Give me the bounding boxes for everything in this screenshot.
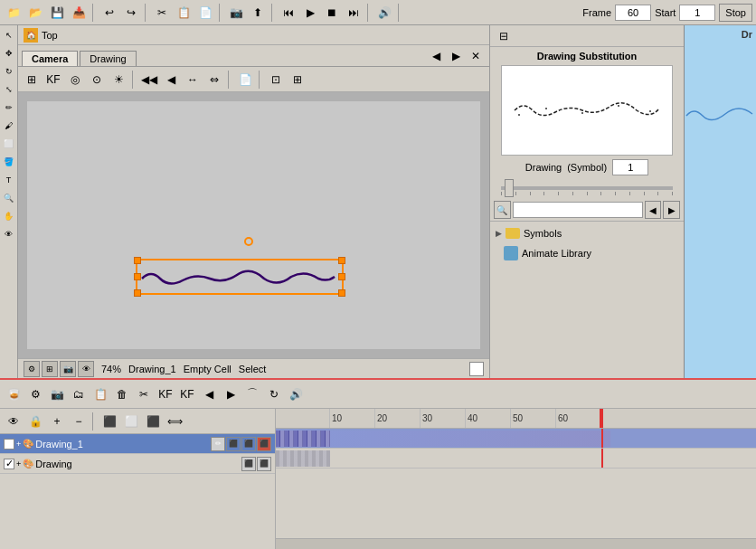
tl-sound[interactable]: 🔊 — [286, 384, 306, 404]
layer-edit-drawing1[interactable]: ✏ — [211, 437, 225, 451]
start-input[interactable] — [679, 5, 715, 21]
view-icon[interactable]: 👁 — [78, 361, 94, 377]
tl-kf1[interactable]: KF — [156, 384, 175, 404]
layer-btn[interactable]: 📄 — [235, 70, 255, 90]
flip2-btn[interactable]: ⇔ — [204, 70, 224, 90]
tab-drawing[interactable]: Drawing — [80, 51, 136, 66]
search-next-btn[interactable]: ▶ — [663, 201, 680, 219]
cut-btn[interactable]: ✂ — [152, 3, 172, 23]
play-btn[interactable]: ▶ — [300, 3, 320, 23]
tool-move[interactable]: ✥ — [1, 45, 17, 62]
search-prev-btn[interactable]: ◀ — [645, 201, 662, 219]
layer-vis-btn-drawing1[interactable]: ⬛ — [241, 437, 256, 451]
rewind-btn[interactable]: ⏮ — [279, 3, 298, 23]
ds-symbol-input[interactable] — [612, 159, 648, 175]
lp-child[interactable]: ⬛ — [143, 412, 163, 431]
tl-prev[interactable]: ◀ — [199, 384, 219, 404]
layer-row-drawing[interactable]: ✓ + 🎨 Drawing ⬛ ⬛ — [0, 454, 275, 474]
tl-group[interactable]: 🗂 — [69, 384, 89, 404]
paste-btn[interactable]: 📄 — [195, 3, 215, 23]
fit-btn[interactable]: ⊞ — [288, 70, 307, 90]
tool-zoom[interactable]: 🔍 — [1, 190, 17, 206]
layer-lock-drawing[interactable]: ⬛ — [241, 457, 256, 471]
tool-hand[interactable]: ✋ — [1, 208, 17, 224]
tool-scale[interactable]: ⤡ — [1, 81, 17, 98]
frame-input[interactable] — [615, 5, 651, 21]
lp-parent[interactable]: ⬜ — [121, 412, 141, 431]
frames-scroll[interactable] — [276, 538, 756, 549]
reset-btn[interactable]: ⊡ — [266, 70, 286, 90]
new-btn[interactable]: 📁 — [4, 3, 24, 23]
grid-btn[interactable]: ⊞ — [22, 70, 42, 90]
rp-toggle[interactable]: ⊟ — [494, 26, 514, 46]
lp-view-toggle[interactable]: 👁 — [4, 412, 24, 431]
tool-draw[interactable]: ✏ — [1, 99, 17, 116]
layer-vis-drawing1[interactable]: ✓ — [4, 439, 14, 450]
open-btn[interactable]: 📂 — [25, 3, 45, 23]
tl-del[interactable]: 🗑 — [112, 384, 132, 404]
tree-item-animate-library[interactable]: Animate Library — [494, 243, 680, 263]
tl-settings[interactable]: ⚙ — [25, 384, 45, 404]
copy-btn[interactable]: 📋 — [174, 3, 194, 23]
tl-camera[interactable]: 📷 — [47, 384, 67, 404]
tab-close[interactable]: ✕ — [466, 46, 486, 66]
lp-add[interactable]: + — [47, 412, 67, 431]
tl-loop[interactable]: ↻ — [264, 384, 284, 404]
layer-row-drawing1[interactable]: ✓ + 🎨 Drawing_1 ✏ ⬛ ⬛ ⬛ — [0, 434, 275, 454]
next-frame-btn[interactable]: ◀ — [161, 70, 181, 90]
tool-text[interactable]: T — [1, 172, 17, 188]
lp-merge[interactable]: ⬛ — [99, 412, 119, 431]
search-icon-btn[interactable]: 🔍 — [494, 201, 511, 219]
camera-btn[interactable]: 📷 — [226, 3, 246, 23]
redo-btn[interactable]: ↪ — [121, 3, 141, 23]
settings-icon[interactable]: ⚙ — [24, 361, 40, 377]
onion-btn[interactable]: ◎ — [65, 70, 85, 90]
save-btn[interactable]: 💾 — [47, 3, 67, 23]
tool-brush[interactable]: 🖌 — [1, 118, 17, 134]
tl-next[interactable]: ▶ — [221, 384, 241, 404]
ds-slider[interactable] — [501, 186, 673, 190]
handle-mr[interactable] — [338, 273, 345, 280]
import-btn[interactable]: ⬆ — [248, 3, 268, 23]
layer-color-drawing1[interactable]: ⬛ — [257, 437, 271, 451]
tab-nav-left[interactable]: ◀ — [426, 46, 446, 66]
lp-rigging[interactable]: ⟺ — [165, 412, 184, 431]
tree-item-symbols[interactable]: ▶ Symbols — [494, 223, 680, 243]
grid-icon[interactable]: ⊞ — [42, 361, 58, 377]
tab-camera[interactable]: Camera — [22, 51, 78, 66]
layer-lock-drawing1[interactable]: ⬛ — [226, 437, 241, 451]
tab-nav-right[interactable]: ▶ — [446, 46, 466, 66]
sound-btn[interactable]: 🔊 — [374, 3, 394, 23]
onion2-btn[interactable]: ⊙ — [87, 70, 107, 90]
selection-box[interactable] — [136, 259, 344, 295]
handle-br[interactable] — [338, 289, 345, 297]
tool-eye[interactable]: 👁 — [1, 226, 17, 242]
layer-vis-btn-drawing[interactable]: ⬛ — [257, 457, 271, 471]
handle-tr[interactable] — [338, 257, 345, 264]
kf-btn[interactable]: KF — [43, 70, 63, 90]
ffwd-btn[interactable]: ⏭ — [344, 3, 364, 23]
tl-kf2[interactable]: KF — [177, 384, 197, 404]
tl-cut[interactable]: ✂ — [134, 384, 154, 404]
tool-select[interactable]: ↖ — [1, 27, 17, 43]
frame-row-drawing[interactable] — [276, 449, 756, 469]
tl-curve[interactable]: ⌒ — [242, 384, 262, 404]
camera-icon[interactable]: 📷 — [60, 361, 76, 377]
light-btn[interactable]: ☀ — [109, 70, 128, 90]
undo-btn[interactable]: ↩ — [99, 3, 119, 23]
tl-copy[interactable]: 📋 — [90, 384, 110, 404]
layer-expand-drawing[interactable]: + — [16, 459, 21, 469]
stop-play-btn[interactable]: ⏹ — [322, 3, 342, 23]
layer-expand-drawing1[interactable]: + — [16, 440, 21, 449]
lp-lock[interactable]: 🔒 — [25, 412, 45, 431]
flip-btn[interactable]: ↔ — [183, 70, 203, 90]
lp-minus[interactable]: − — [69, 412, 89, 431]
search-input[interactable] — [513, 202, 643, 218]
prev-frame-btn[interactable]: ◀◀ — [139, 70, 159, 90]
ds-slider-thumb[interactable] — [505, 179, 514, 197]
tl-add-layer[interactable]: 🥃 — [4, 384, 24, 404]
stop-button[interactable]: Stop — [719, 4, 752, 22]
tool-paint[interactable]: 🪣 — [1, 154, 17, 170]
canvas-area[interactable] — [18, 92, 489, 358]
frame-row-drawing1[interactable] — [276, 429, 756, 449]
